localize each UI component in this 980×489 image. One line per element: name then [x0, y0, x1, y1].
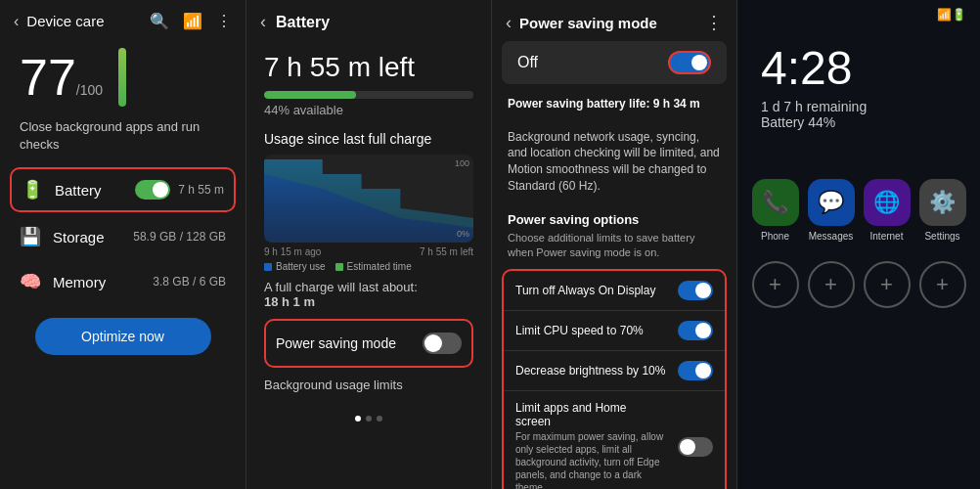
- dot-1: [355, 416, 361, 422]
- option-brightness[interactable]: Decrease brightness by 10%: [504, 351, 725, 391]
- battery-available: 44% available: [264, 103, 473, 117]
- option-2-toggle[interactable]: [678, 321, 713, 340]
- messages-icon: 💬: [808, 179, 855, 226]
- options-title: Power saving options: [492, 202, 736, 231]
- score-out-of: /100: [76, 82, 103, 98]
- chart-legend: Battery use Estimated time: [264, 261, 473, 272]
- messages-app[interactable]: 💬 Messages: [808, 179, 855, 242]
- options-desc: Choose additional limits to save battery…: [492, 231, 736, 269]
- add-button-4[interactable]: +: [919, 261, 966, 308]
- page-dots: [246, 416, 491, 422]
- status-bar: 📶🔋: [737, 0, 980, 22]
- messages-label: Messages: [809, 231, 854, 242]
- option-4-label: Limit apps and Home screen: [515, 401, 670, 428]
- clock-display: 4:28: [737, 22, 980, 95]
- more-icon[interactable]: ⋮: [705, 12, 723, 33]
- status-icons: 📶🔋: [937, 8, 966, 22]
- option-4-toggle[interactable]: [678, 437, 713, 457]
- option-cpu-speed[interactable]: Limit CPU speed to 70%: [504, 311, 725, 351]
- battery-life-info: Power saving battery life: 9 h 34 m Back…: [492, 88, 736, 202]
- battery-panel: ‹ Battery 7 h 55 m left 44% available Us…: [245, 0, 491, 489]
- usage-section-title: Usage since last full charge: [264, 131, 473, 147]
- phone-icon: 📞: [752, 179, 799, 226]
- internet-label: Internet: [870, 231, 904, 242]
- power-saving-row[interactable]: Power saving mode: [264, 319, 473, 368]
- add-button-2[interactable]: +: [808, 261, 855, 308]
- internet-icon: 🌐: [864, 179, 911, 226]
- legend-dot-estimated: [335, 263, 343, 271]
- battery-life-label: Power saving battery life: 9 h 34 m: [508, 97, 700, 111]
- app-grid: 📞 Phone 💬 Messages 🌐 Internet ⚙️ Setting…: [737, 159, 980, 257]
- battery-percentage: Battery 44%: [761, 114, 957, 130]
- chart-y-bottom: 0%: [457, 229, 469, 239]
- legend-estimated: Estimated time: [335, 261, 412, 272]
- memory-info: 3.8 GB / 6 GB: [153, 275, 226, 289]
- power-saving-label: Power saving mode: [276, 335, 396, 351]
- storage-label: Storage: [53, 229, 105, 245]
- full-charge-info: A full charge will last about:18 h 1 m: [264, 280, 473, 309]
- off-label: Off: [517, 54, 538, 71]
- battery-fill: [264, 91, 356, 99]
- power-saving-toggle[interactable]: [423, 333, 462, 354]
- battery-bar-wrap: [264, 91, 473, 99]
- dot-2: [366, 416, 372, 422]
- battery-title: Battery: [276, 14, 330, 31]
- back-icon[interactable]: ‹: [260, 12, 266, 32]
- battery-icon: 🔋: [22, 179, 43, 200]
- optimize-button[interactable]: Optimize now: [35, 318, 211, 355]
- battery-main: 7 h 55 m left 44% available Usage since …: [246, 40, 491, 408]
- battery-label: Battery: [55, 182, 102, 199]
- score-number: 77: [20, 49, 76, 106]
- add-button-3[interactable]: +: [864, 261, 911, 308]
- chart-x-left: 9 h 15 m ago: [264, 246, 321, 257]
- storage-info: 58.9 GB / 128 GB: [133, 230, 226, 244]
- internet-app[interactable]: 🌐 Internet: [864, 179, 911, 242]
- battery-time-left: 7 h 55 m left: [264, 52, 473, 83]
- back-icon[interactable]: ‹: [14, 13, 19, 30]
- battery-bar: [264, 91, 473, 99]
- battery-chart: 100 0%: [264, 155, 473, 243]
- score-description: Close background apps and run checks: [0, 118, 245, 167]
- power-saving-header: ‹ Power saving mode ⋮: [492, 0, 736, 41]
- chart-y-top: 100: [455, 158, 469, 168]
- chart-x-right: 7 h 55 m left: [420, 246, 473, 257]
- option-1-toggle[interactable]: [678, 281, 713, 300]
- storage-list-item[interactable]: 💾 Storage 58.9 GB / 128 GB: [10, 216, 236, 257]
- option-always-on-display[interactable]: Turn off Always On Display: [504, 271, 725, 311]
- add-buttons-row: + + + +: [737, 257, 980, 312]
- device-care-header: ‹ Device care 🔍 📶 ⋮: [0, 0, 245, 38]
- search-icon[interactable]: 🔍: [150, 12, 169, 30]
- device-care-panel: ‹ Device care 🔍 📶 ⋮ 77/100 Close backgro…: [0, 0, 245, 489]
- back-icon[interactable]: ‹: [506, 13, 512, 33]
- options-list: Turn off Always On Display Limit CPU spe…: [502, 269, 727, 489]
- option-1-label: Turn off Always On Display: [515, 284, 663, 297]
- dot-3: [377, 416, 382, 422]
- option-3-label: Decrease brightness by 10%: [515, 364, 673, 378]
- more-icon[interactable]: ⋮: [216, 12, 232, 30]
- header-icons: 🔍 📶 ⋮: [150, 12, 232, 30]
- power-saving-title: Power saving mode: [519, 15, 657, 31]
- settings-app[interactable]: ⚙️ Settings: [919, 179, 966, 242]
- background-usage-link[interactable]: Background usage limits: [264, 374, 473, 396]
- memory-label: Memory: [53, 274, 106, 290]
- score-area: 77/100: [0, 38, 245, 118]
- off-toggle-row[interactable]: Off: [502, 41, 727, 84]
- main-toggle[interactable]: [668, 51, 711, 74]
- option-4-desc: For maximum power saving, allow only sel…: [515, 430, 670, 489]
- option-limit-apps[interactable]: Limit apps and Home screen For maximum p…: [504, 391, 725, 489]
- legend-label-battery: Battery use: [276, 261, 326, 272]
- page-title: Device care: [26, 13, 104, 29]
- storage-icon: 💾: [20, 226, 41, 247]
- header-left: ‹ Device care: [14, 13, 105, 30]
- memory-list-item[interactable]: 🧠 Memory 3.8 GB / 6 GB: [10, 261, 236, 302]
- add-button-1[interactable]: +: [752, 261, 799, 308]
- battery-toggle[interactable]: [135, 180, 170, 200]
- legend-battery-use: Battery use: [264, 261, 326, 272]
- settings-label: Settings: [924, 231, 959, 242]
- signal-icon: 📶: [183, 12, 202, 30]
- legend-label-estimated: Estimated time: [347, 261, 412, 272]
- phone-app[interactable]: 📞 Phone: [752, 179, 799, 242]
- battery-list-item[interactable]: 🔋 Battery 7 h 55 m: [10, 167, 236, 212]
- menu-list: 🔋 Battery 7 h 55 m 💾 Storage 58.9 GB / 1…: [0, 167, 245, 302]
- option-3-toggle[interactable]: [678, 361, 713, 380]
